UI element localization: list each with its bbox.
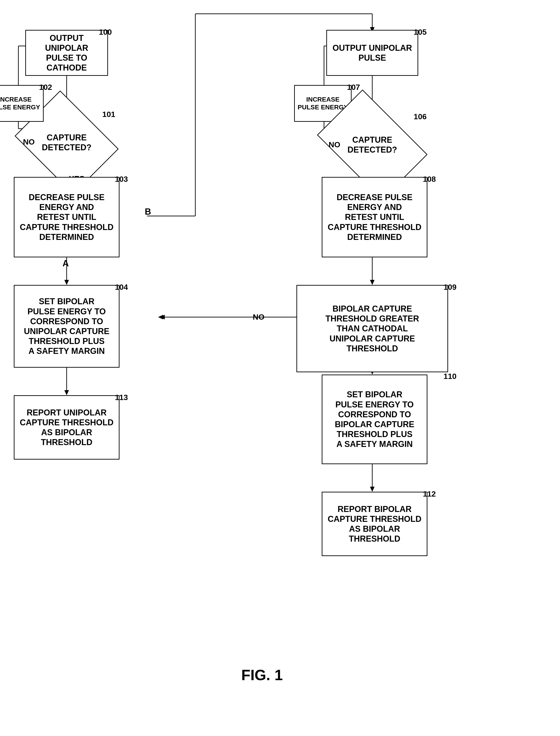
no-label-101: NO xyxy=(23,137,35,146)
no-label-106: NO xyxy=(329,140,340,149)
node-103: DECREASE PULSE ENERGY AND RETEST UNTIL C… xyxy=(14,177,119,257)
node-103-id: 103 xyxy=(115,175,128,184)
node-103-label: DECREASE PULSE ENERGY AND RETEST UNTIL C… xyxy=(20,192,114,242)
node-109-id: 109 xyxy=(443,283,457,292)
node-104-id: 104 xyxy=(115,283,128,292)
node-106-label: CAPTURE DETECTED? xyxy=(347,135,397,155)
node-100: OUTPUT UNIPOLAR PULSE TO CATHODE xyxy=(25,30,108,76)
node-107-id: 107 xyxy=(347,83,360,92)
node-110: SET BIPOLAR PULSE ENERGY TO CORRESPOND T… xyxy=(322,375,427,464)
svg-marker-32 xyxy=(370,487,375,492)
node-109-label: BIPOLAR CAPTURE THRESHOLD GREATER THAN C… xyxy=(325,304,419,353)
node-105-label: OUTPUT UNIPOLAR PULSE xyxy=(333,43,412,63)
node-110-id: 110 xyxy=(443,372,457,381)
node-110-label: SET BIPOLAR PULSE ENERGY TO CORRESPOND T… xyxy=(335,389,414,449)
svg-marker-29 xyxy=(158,315,163,319)
node-104-label: SET BIPOLAR PULSE ENERGY TO CORRESPOND T… xyxy=(24,296,109,356)
node-107-label: INCREASE PULSE ENERGY xyxy=(298,96,348,111)
node-100-id: 100 xyxy=(99,28,112,37)
b-label: B xyxy=(145,207,151,217)
no-label-109: NO xyxy=(253,313,264,321)
node-101-label: CAPTURE DETECTED? xyxy=(42,133,91,152)
node-105-id: 105 xyxy=(414,28,427,37)
svg-marker-7 xyxy=(64,390,69,395)
figure-label: FIG. 1 xyxy=(241,666,283,684)
svg-marker-20 xyxy=(370,280,375,285)
node-112: REPORT BIPOLAR CAPTURE THRESHOLD AS BIPO… xyxy=(322,492,427,556)
node-113-id: 113 xyxy=(115,393,128,402)
node-108-id: 108 xyxy=(423,175,436,184)
node-104: SET BIPOLAR PULSE ENERGY TO CORRESPOND T… xyxy=(14,285,119,368)
node-108: DECREASE PULSE ENERGY AND RETEST UNTIL C… xyxy=(322,177,427,257)
diagram: OUTPUT UNIPOLAR PULSE TO CATHODE 100 CAP… xyxy=(0,0,560,712)
node-102-id: 102 xyxy=(39,83,52,92)
svg-marker-5 xyxy=(64,280,69,285)
node-113-label: REPORT UNIPOLAR CAPTURE THRESHOLD AS BIP… xyxy=(20,408,114,447)
node-102-label: INCREASE PULSE ENERGY xyxy=(0,96,40,111)
svg-marker-30 xyxy=(160,315,165,319)
node-108-label: DECREASE PULSE ENERGY AND RETEST UNTIL C… xyxy=(328,192,421,242)
node-112-label: REPORT BIPOLAR CAPTURE THRESHOLD AS BIPO… xyxy=(328,504,421,544)
node-112-id: 112 xyxy=(423,489,436,498)
node-109: BIPOLAR CAPTURE THRESHOLD GREATER THAN C… xyxy=(296,285,448,372)
a-label: A xyxy=(63,259,69,268)
node-106-id: 106 xyxy=(414,112,427,121)
node-100-label: OUTPUT UNIPOLAR PULSE TO CATHODE xyxy=(28,33,105,73)
node-105: OUTPUT UNIPOLAR PULSE xyxy=(326,30,418,76)
node-113: REPORT UNIPOLAR CAPTURE THRESHOLD AS BIP… xyxy=(14,395,119,460)
node-102: INCREASE PULSE ENERGY xyxy=(0,85,44,122)
node-101-id: 101 xyxy=(102,110,115,119)
